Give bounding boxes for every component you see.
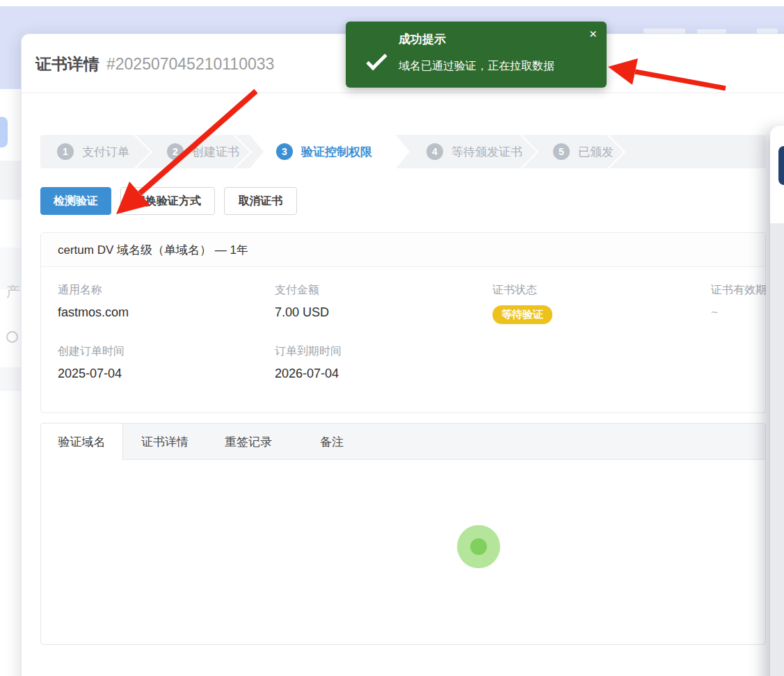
checkmark-icon xyxy=(366,49,387,70)
cancel-certificate-button[interactable]: 取消证书 xyxy=(224,187,297,215)
tab-bar: 验证域名 证书详情 重签记录 备注 xyxy=(41,424,765,460)
step-number-badge: 5 xyxy=(553,143,570,160)
check-validation-button[interactable]: 检测验证 xyxy=(40,187,111,215)
background-row xyxy=(0,367,21,391)
step-number-badge: 3 xyxy=(276,143,293,160)
background-row xyxy=(0,161,21,200)
background-text-fragment xyxy=(757,29,778,33)
step-number-badge: 2 xyxy=(167,143,184,160)
step-number-badge: 1 xyxy=(57,143,74,160)
background-page-edge: 产 xyxy=(0,89,21,676)
field-value-order-expire: 2026-07-04 xyxy=(275,367,339,381)
tab-verify-domain[interactable]: 验证域名 xyxy=(41,424,123,460)
stepper-filler xyxy=(623,135,766,168)
background-text-fragment xyxy=(643,29,685,33)
toast-title: 成功提示 xyxy=(399,31,446,47)
modal-title-row: 证书详情#202507045210110033 xyxy=(35,54,274,75)
field-label-pay-amount: 支付金额 xyxy=(275,283,319,298)
success-toast: 成功提示 域名已通过验证，正在拉取数据 × xyxy=(346,22,607,88)
field-label-cert-status: 证书状态 xyxy=(493,283,537,298)
step-label: 验证控制权限 xyxy=(301,144,372,160)
status-badge: 等待验证 xyxy=(493,305,552,324)
step-wait-issue: 4 等待颁发证书 xyxy=(410,135,536,168)
product-name: certum DV 域名级（单域名） — 1年 xyxy=(41,233,765,267)
field-value-pay-amount: 7.00 USD xyxy=(275,305,329,320)
field-label-common-name: 通用名称 xyxy=(58,283,102,298)
certificate-detail-modal: 证书详情#202507045210110033 1 支付订单 2 创建证书 3 … xyxy=(21,33,784,676)
step-label: 已颁发 xyxy=(578,144,614,160)
screen: 产 证书详情#202507045210110033 1 支付订单 2 创建证书 … xyxy=(0,0,784,676)
drawer-content-area xyxy=(770,223,784,676)
detail-tabs-box: 验证域名 证书详情 重签记录 备注 xyxy=(40,423,766,645)
tab-cert-detail[interactable]: 证书详情 xyxy=(123,424,207,460)
step-pay-order: 1 支付订单 xyxy=(40,135,150,168)
modal-title: 证书详情 xyxy=(35,55,99,73)
side-drawer-panel xyxy=(770,126,784,676)
circle-icon xyxy=(6,331,18,343)
switch-validation-method-button[interactable]: 切换验证方式 xyxy=(120,187,215,215)
step-label: 支付订单 xyxy=(82,144,129,160)
certificate-info-card: certum DV 域名级（单域名） — 1年 通用名称 fastmos.com… xyxy=(40,232,766,413)
tab-resign-record[interactable]: 重签记录 xyxy=(207,424,290,460)
field-value-cert-validity: ~ xyxy=(711,305,719,320)
field-label-order-expire: 订单到期时间 xyxy=(275,344,342,359)
tab-remark[interactable]: 备注 xyxy=(290,424,374,460)
sidebar-selected-item xyxy=(0,117,8,147)
drawer-navy-button[interactable] xyxy=(778,146,784,185)
order-number: #202507045210110033 xyxy=(106,55,274,73)
toast-message: 域名已通过验证，正在拉取数据 xyxy=(399,59,554,74)
step-number-badge: 4 xyxy=(426,143,443,160)
step-label: 创建证书 xyxy=(192,144,239,160)
background-partial-text: 产 xyxy=(6,282,20,301)
step-create-cert: 2 创建证书 xyxy=(150,135,250,168)
loading-spinner-dot xyxy=(470,538,487,555)
field-label-order-created: 创建订单时间 xyxy=(58,344,125,359)
step-issued: 5 已颁发 xyxy=(536,135,623,168)
progress-stepper: 1 支付订单 2 创建证书 3 验证控制权限 4 等待颁发证书 5 已颁发 xyxy=(40,135,766,168)
close-icon[interactable]: × xyxy=(589,27,597,40)
loading-spinner xyxy=(457,525,500,568)
field-value-common-name: fastmos.com xyxy=(58,305,129,320)
step-label: 等待颁发证书 xyxy=(451,144,522,160)
field-label-cert-validity: 证书有效期 xyxy=(711,283,767,298)
step-verify-control: 3 验证控制权限 xyxy=(250,135,410,168)
field-value-order-created: 2025-07-04 xyxy=(58,367,122,381)
